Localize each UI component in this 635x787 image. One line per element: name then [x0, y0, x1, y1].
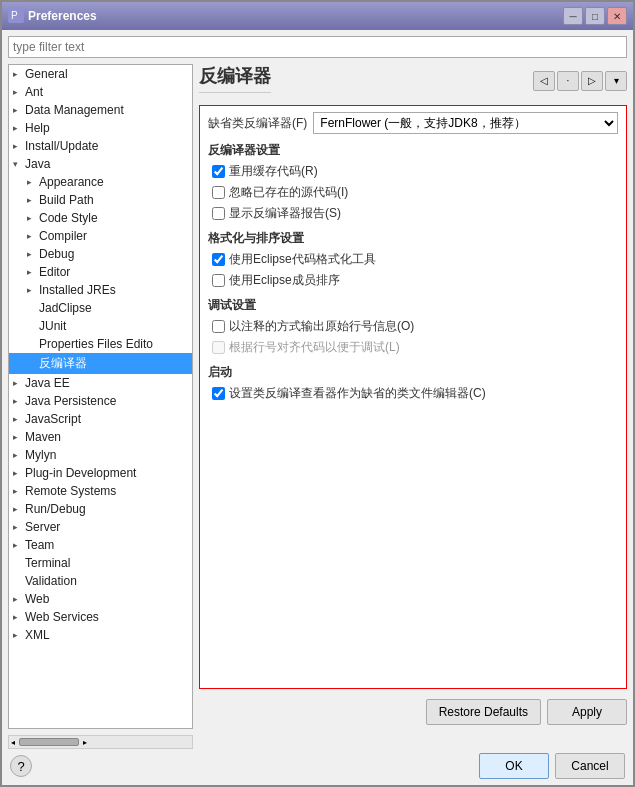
tree-item-compiler[interactable]: ▸ Compiler	[9, 227, 192, 245]
tree-item-java[interactable]: ▾ Java	[9, 155, 192, 173]
tree-item-terminal[interactable]: Terminal	[9, 554, 192, 572]
tree-arrow-install-update: ▸	[13, 141, 25, 151]
tree-item-debug[interactable]: ▸ Debug	[9, 245, 192, 263]
tree-arrow-web: ▸	[13, 594, 25, 604]
tree-item-data-mgmt[interactable]: ▸ Data Management	[9, 101, 192, 119]
checkbox-use-eclipse-format[interactable]	[212, 253, 225, 266]
tree-label-jadclipse: JadClipse	[39, 301, 92, 315]
tree-label-install-update: Install/Update	[25, 139, 98, 153]
tree-item-xml[interactable]: ▸ XML	[9, 626, 192, 644]
checkbox-label-show-report: 显示反编译器报告(S)	[229, 205, 341, 222]
tree-arrow-xml: ▸	[13, 630, 25, 640]
checkbox-output-original[interactable]	[212, 320, 225, 333]
tree-label-junit: JUnit	[39, 319, 66, 333]
tree-arrow-remote-sys: ▸	[13, 486, 25, 496]
tree-label-java: Java	[25, 157, 50, 171]
tree-item-maven[interactable]: ▸ Maven	[9, 428, 192, 446]
bottom-action-row: Restore Defaults Apply	[199, 695, 627, 729]
tree-arrow-javascript: ▸	[13, 414, 25, 424]
page-title: 反编译器	[199, 64, 271, 93]
tree-item-editor[interactable]: ▸ Editor	[9, 263, 192, 281]
tree-item-web[interactable]: ▸ Web	[9, 590, 192, 608]
restore-defaults-button[interactable]: Restore Defaults	[426, 699, 541, 725]
scroll-right-arrow[interactable]: ▸	[81, 738, 89, 747]
tree-item-ant[interactable]: ▸ Ant	[9, 83, 192, 101]
svg-text:P: P	[11, 10, 18, 21]
toolbar-btn-2[interactable]: ·	[557, 71, 579, 91]
tree-label-plugin-dev: Plug-in Development	[25, 466, 136, 480]
title-bar-text: Preferences	[28, 9, 563, 23]
checkbox-ignore-existing[interactable]	[212, 186, 225, 199]
title-bar: P Preferences ─ □ ✕	[2, 2, 633, 30]
tree-label-editor: Editor	[39, 265, 70, 279]
filter-input[interactable]	[8, 36, 627, 58]
tree-item-build-path[interactable]: ▸ Build Path	[9, 191, 192, 209]
tree-label-debug: Debug	[39, 247, 74, 261]
tree-label-xml: XML	[25, 628, 50, 642]
dropdown-label: 缺省类反编译器(F)	[208, 115, 307, 132]
toolbar-btn-1[interactable]: ◁	[533, 71, 555, 91]
section-title-decompiler-settings: 反编译器设置	[208, 142, 618, 159]
checkbox-reuse-cache[interactable]	[212, 165, 225, 178]
tree-item-properties-files[interactable]: Properties Files Edito	[9, 335, 192, 353]
tree-item-team[interactable]: ▸ Team	[9, 536, 192, 554]
checkbox-show-report[interactable]	[212, 207, 225, 220]
tree-item-java-persistence[interactable]: ▸ Java Persistence	[9, 392, 192, 410]
tree-item-javascript[interactable]: ▸ JavaScript	[9, 410, 192, 428]
tree-item-plugin-dev[interactable]: ▸ Plug-in Development	[9, 464, 192, 482]
tree-item-installed-jres[interactable]: ▸ Installed JREs	[9, 281, 192, 299]
decompiler-dropdown[interactable]: FernFlower (一般，支持JDK8，推荐）	[313, 112, 618, 134]
tree-item-decompiler[interactable]: 反编译器	[9, 353, 192, 374]
tree-label-server: Server	[25, 520, 60, 534]
tree-arrow-run-debug: ▸	[13, 504, 25, 514]
checkbox-label-align-line: 根据行号对齐代码以便于调试(L)	[229, 339, 400, 356]
scroll-left-arrow[interactable]: ◂	[9, 738, 17, 747]
toolbar-btn-4[interactable]: ▾	[605, 71, 627, 91]
checkbox-row-align-line: 根据行号对齐代码以便于调试(L)	[208, 339, 618, 356]
tree-item-server[interactable]: ▸ Server	[9, 518, 192, 536]
tree-label-maven: Maven	[25, 430, 61, 444]
tree-arrow-ant: ▸	[13, 87, 25, 97]
maximize-button[interactable]: □	[585, 7, 605, 25]
tree-label-help: Help	[25, 121, 50, 135]
tree-arrow-installed-jres: ▸	[27, 285, 39, 295]
settings-box: 缺省类反编译器(F) FernFlower (一般，支持JDK8，推荐） 反编译…	[199, 105, 627, 689]
apply-button[interactable]: Apply	[547, 699, 627, 725]
cancel-button[interactable]: Cancel	[555, 753, 625, 779]
tree-item-jadclipse[interactable]: JadClipse	[9, 299, 192, 317]
checkbox-align-line[interactable]	[212, 341, 225, 354]
tree-item-install-update[interactable]: ▸ Install/Update	[9, 137, 192, 155]
tree-arrow-general: ▸	[13, 69, 25, 79]
tree-item-web-services[interactable]: ▸ Web Services	[9, 608, 192, 626]
ok-button[interactable]: OK	[479, 753, 549, 779]
checkbox-use-eclipse-sort[interactable]	[212, 274, 225, 287]
tree-item-junit[interactable]: JUnit	[9, 317, 192, 335]
tree-item-help[interactable]: ▸ Help	[9, 119, 192, 137]
checkbox-label-reuse-cache: 重用缓存代码(R)	[229, 163, 318, 180]
scrollbar-thumb[interactable]	[19, 738, 79, 746]
tree-label-data-mgmt: Data Management	[25, 103, 124, 117]
tree-arrow-appearance: ▸	[27, 177, 39, 187]
tree-arrow-compiler: ▸	[27, 231, 39, 241]
tree-label-general: General	[25, 67, 68, 81]
tree-item-appearance[interactable]: ▸ Appearance	[9, 173, 192, 191]
tree-item-mylyn[interactable]: ▸ Mylyn	[9, 446, 192, 464]
tree-label-properties-files: Properties Files Edito	[39, 337, 153, 351]
tree-item-code-style[interactable]: ▸ Code Style	[9, 209, 192, 227]
tree-label-javascript: JavaScript	[25, 412, 81, 426]
tree-item-general[interactable]: ▸ General	[9, 65, 192, 83]
tree-arrow-editor: ▸	[27, 267, 39, 277]
tree-item-run-debug[interactable]: ▸ Run/Debug	[9, 500, 192, 518]
close-button[interactable]: ✕	[607, 7, 627, 25]
tree-item-remote-sys[interactable]: ▸ Remote Systems	[9, 482, 192, 500]
minimize-button[interactable]: ─	[563, 7, 583, 25]
left-tree-panel: ▸ General▸ Ant▸ Data Management▸ Help▸ I…	[8, 64, 193, 729]
tree-arrow-build-path: ▸	[27, 195, 39, 205]
help-button[interactable]: ?	[10, 755, 32, 777]
checkbox-set-as-default[interactable]	[212, 387, 225, 400]
tree-arrow-maven: ▸	[13, 432, 25, 442]
tree-item-java-ee[interactable]: ▸ Java EE	[9, 374, 192, 392]
tree-item-validation[interactable]: Validation	[9, 572, 192, 590]
right-panel: 反编译器 ◁ · ▷ ▾ 缺省类反编译器(F) FernFlower (一般，支…	[199, 64, 627, 729]
toolbar-btn-3[interactable]: ▷	[581, 71, 603, 91]
